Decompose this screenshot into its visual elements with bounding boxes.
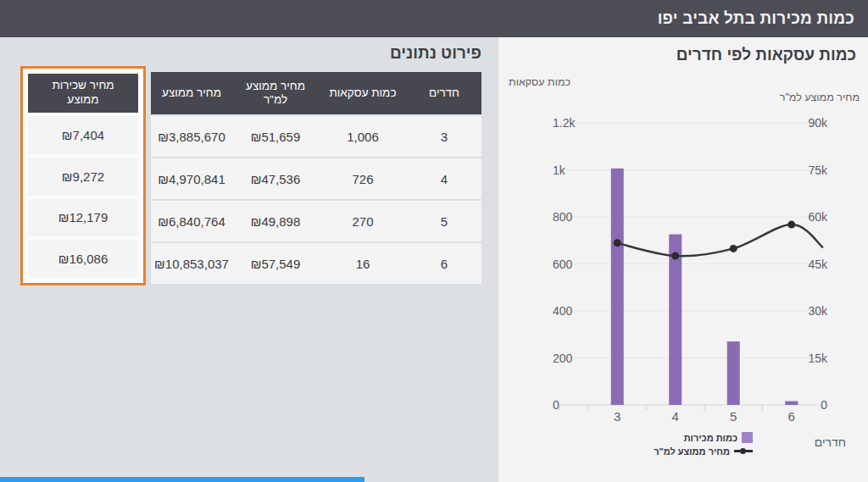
table-cell[interactable]: ₪57,549 xyxy=(232,243,319,284)
table-title: פירוט נתונים xyxy=(151,44,481,63)
chart-legend: כמות מכירותמחיר ממוצע למ"ר xyxy=(651,432,753,457)
left-axis-tick: 800 xyxy=(553,210,573,224)
table-cell[interactable]: 5 xyxy=(407,201,481,241)
line-series-swatch-icon xyxy=(734,446,753,457)
dashboard: כמות מכירות בתל אביב יפו מחיר שכירות ממו… xyxy=(0,0,868,482)
details-table: חדריםכמות עסקאותמחיר ממוצע למ"רמחיר ממוצ… xyxy=(151,72,481,284)
table-cell[interactable]: 3 xyxy=(407,116,481,157)
line-point-6[interactable] xyxy=(787,221,795,229)
column-header[interactable]: כמות עסקאות xyxy=(319,72,407,114)
legend-label: מחיר ממוצע למ"ר xyxy=(654,446,730,457)
line-series xyxy=(617,224,823,256)
right-axis-tick: 30k xyxy=(808,304,828,318)
right-axis-tick: 90k xyxy=(808,116,828,130)
right-axis-tick: 75k xyxy=(808,163,828,177)
bar-3[interactable] xyxy=(611,169,624,405)
chart-title: כמות עסקאות לפי חדרים xyxy=(676,46,856,64)
table-cell[interactable]: ₪3,885,670 xyxy=(151,116,232,157)
line-point-4[interactable] xyxy=(671,252,679,260)
table-cell[interactable]: ₪47,536 xyxy=(232,158,319,199)
legend-item[interactable]: מחיר ממוצע למ"ר xyxy=(654,446,753,457)
table-cell[interactable]: 1,006 xyxy=(319,116,407,157)
legend-item[interactable]: כמות מכירות xyxy=(684,432,753,443)
rent-value-cell[interactable]: ₪12,179 xyxy=(28,199,138,237)
horizontal-scrollbar[interactable] xyxy=(0,477,364,482)
column-header[interactable]: חדרים xyxy=(407,72,481,114)
bar-series-swatch-icon xyxy=(742,432,753,443)
combo-chart[interactable]: 1.2k90k1k75k80060k60045k40030k20015k0034… xyxy=(498,114,868,435)
table-cell[interactable]: 16 xyxy=(319,243,407,284)
column-header[interactable]: מחיר ממוצע למ"ר xyxy=(232,72,319,114)
left-axis-tick: 600 xyxy=(553,258,573,271)
rent-price-panel[interactable]: מחיר שכירות ממוצע ₪7,404₪9,272₪12,179₪16… xyxy=(20,66,146,285)
left-axis-tick: 400 xyxy=(553,304,573,318)
chart-panel: כמות עסקאות לפי חדרים כמות עסקאות מחיר מ… xyxy=(498,37,868,482)
rent-value-cell[interactable]: ₪16,086 xyxy=(28,240,138,278)
left-axis-tick: 1k xyxy=(553,163,566,177)
line-point-3[interactable] xyxy=(614,239,621,247)
right-axis-label: מחיר ממוצע למ"ר xyxy=(780,91,860,103)
left-axis-tick: 200 xyxy=(553,352,573,365)
right-axis-tick: 15k xyxy=(808,352,828,365)
left-axis-label: כמות עסקאות xyxy=(509,76,570,88)
x-axis-label: חדרים xyxy=(815,435,846,449)
x-category-label: 6 xyxy=(788,409,795,424)
report-header-bar: כמות מכירות בתל אביב יפו xyxy=(0,0,868,37)
legend-label: כמות מכירות xyxy=(684,433,737,443)
bar-4[interactable] xyxy=(669,235,682,405)
table-cell[interactable]: ₪49,898 xyxy=(232,201,319,241)
rent-panel-header: מחיר שכירות ממוצע xyxy=(28,74,138,113)
table-cell[interactable]: 6 xyxy=(407,243,481,284)
left-axis-tick: 0 xyxy=(553,398,559,412)
table-cell[interactable]: ₪6,840,764 xyxy=(151,201,232,241)
table-cell[interactable]: ₪51,659 xyxy=(232,116,319,157)
table-cell[interactable]: 4 xyxy=(407,158,481,199)
line-point-5[interactable] xyxy=(730,245,737,252)
rent-value-cell[interactable]: ₪7,404 xyxy=(28,116,138,154)
right-axis-tick: 60k xyxy=(808,210,828,224)
column-header[interactable]: מחיר ממוצע xyxy=(151,72,232,114)
table-cell[interactable]: ₪4,970,841 xyxy=(151,158,232,199)
bar-6[interactable] xyxy=(785,402,798,405)
report-title: כמות מכירות בתל אביב יפו xyxy=(658,9,854,28)
bar-5[interactable] xyxy=(727,341,740,405)
x-category-label: 3 xyxy=(614,409,620,424)
left-axis-tick: 1.2k xyxy=(553,116,576,130)
x-category-label: 5 xyxy=(730,409,737,424)
details-table-section: פירוט נתונים חדריםכמות עסקאותמחיר ממוצע … xyxy=(151,41,481,284)
right-axis-tick: 0 xyxy=(821,398,827,412)
right-axis-tick: 45k xyxy=(808,258,828,271)
table-cell[interactable]: 726 xyxy=(319,158,407,199)
rent-value-cell[interactable]: ₪9,272 xyxy=(28,158,138,196)
table-cell[interactable]: 270 xyxy=(319,201,407,241)
table-cell[interactable]: ₪10,853,037 xyxy=(151,243,232,284)
x-category-label: 4 xyxy=(672,409,679,424)
